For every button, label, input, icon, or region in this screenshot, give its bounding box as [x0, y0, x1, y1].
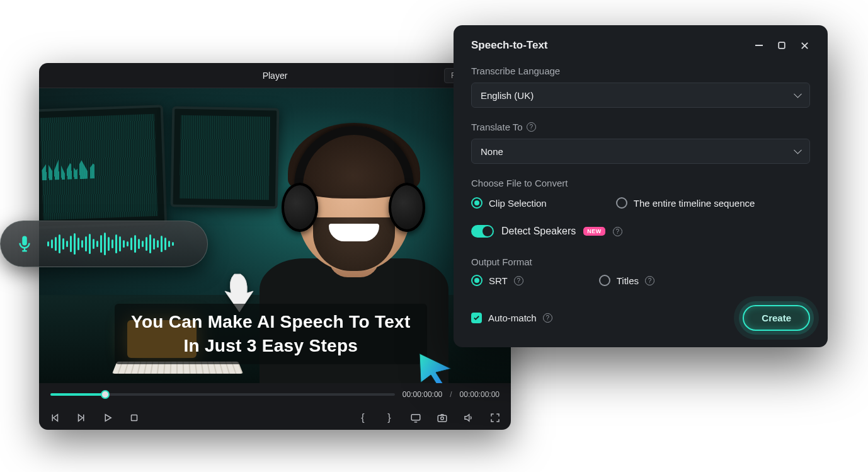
svg-rect-6 — [779, 42, 785, 49]
radio-clip-selection[interactable]: Clip Selection — [471, 197, 547, 209]
help-icon[interactable]: ? — [645, 276, 654, 285]
play-button[interactable] — [101, 411, 115, 425]
radio-titles[interactable]: Titles ? — [599, 275, 654, 286]
dialog-footer: Auto-match ? Create — [471, 305, 810, 331]
output-format-label: Output Format — [471, 256, 810, 267]
display-settings-button[interactable] — [409, 411, 423, 425]
new-badge: NEW — [583, 227, 605, 236]
video-caption: You Can Make AI Speech To Text In Just 3… — [115, 304, 427, 364]
file-source-group: Clip Selection The entire timeline seque… — [471, 197, 810, 209]
help-icon[interactable]: ? — [527, 122, 536, 132]
radio-icon — [471, 275, 483, 286]
help-icon[interactable]: ? — [514, 276, 523, 285]
maximize-button[interactable] — [776, 40, 787, 51]
detect-speakers-row: Detect Speakers NEW ? — [471, 225, 810, 238]
mark-in-button[interactable]: { — [356, 411, 370, 425]
time-total: 00:00:00:00 — [460, 390, 500, 399]
cursor-icon — [414, 350, 456, 383]
progress-knob[interactable] — [101, 390, 110, 399]
snapshot-button[interactable] — [435, 411, 449, 425]
translate-to-value: None — [481, 146, 503, 157]
svg-rect-1 — [411, 415, 420, 420]
svg-rect-2 — [438, 415, 447, 422]
scene-monitor-left — [39, 105, 167, 229]
translate-to-select[interactable]: None — [471, 139, 810, 164]
caption-line-2: In Just 3 Easy Steps — [131, 334, 411, 358]
minimize-button[interactable] — [753, 40, 765, 51]
player-header: Player Full Quality — [39, 63, 511, 88]
create-button[interactable]: Create — [743, 305, 810, 331]
voice-wave-pill — [0, 221, 208, 267]
time-current: 00:00:00:00 — [403, 390, 442, 399]
translate-to-label: Translate To ? — [471, 122, 810, 132]
help-icon[interactable]: ? — [543, 313, 552, 323]
caption-line-1: You Can Make AI Speech To Text — [131, 310, 411, 334]
radio-icon — [471, 197, 483, 209]
speech-to-text-dialog: Speech-to-Text Transcribe Language Engli… — [454, 25, 828, 347]
controls-row: { } — [39, 406, 511, 430]
dialog-title: Speech-to-Text — [471, 39, 742, 52]
radio-srt[interactable]: SRT ? — [471, 275, 523, 286]
transcribe-language-value: English (UK) — [481, 90, 534, 101]
progress-bar[interactable] — [50, 393, 395, 396]
detect-speakers-toggle[interactable] — [471, 225, 494, 238]
dialog-header: Speech-to-Text — [471, 39, 810, 52]
radio-icon — [616, 197, 627, 209]
help-icon[interactable]: ? — [613, 227, 622, 236]
timeline-row: 00:00:00:00 / 00:00:00:00 — [39, 383, 511, 406]
volume-button[interactable] — [462, 411, 476, 425]
time-separator: / — [450, 390, 452, 399]
svg-rect-0 — [132, 415, 137, 421]
transcribe-language-label: Transcribe Language — [471, 66, 810, 76]
radio-entire-timeline[interactable]: The entire timeline sequence — [616, 197, 755, 209]
player-title: Player — [263, 71, 288, 81]
auto-match-label: Auto-match — [488, 313, 537, 323]
choose-file-label: Choose File to Convert — [471, 178, 810, 188]
svg-point-3 — [441, 417, 444, 420]
detect-speakers-label: Detect Speakers — [501, 226, 576, 237]
close-button[interactable] — [799, 40, 810, 51]
output-format-group: SRT ? Titles ? — [471, 275, 810, 286]
stop-button[interactable] — [127, 411, 141, 425]
svg-rect-4 — [22, 236, 27, 246]
mark-out-button[interactable]: } — [382, 411, 396, 425]
fullscreen-button[interactable] — [488, 411, 502, 425]
transcribe-language-select[interactable]: English (UK) — [471, 83, 810, 108]
microphone-icon — [12, 231, 37, 256]
auto-match-row[interactable]: Auto-match ? — [471, 313, 552, 323]
waveform-icon — [47, 231, 196, 256]
next-frame-button[interactable] — [74, 411, 88, 425]
checkbox-icon — [471, 313, 482, 323]
prev-frame-button[interactable] — [48, 411, 62, 425]
radio-icon — [599, 275, 610, 286]
